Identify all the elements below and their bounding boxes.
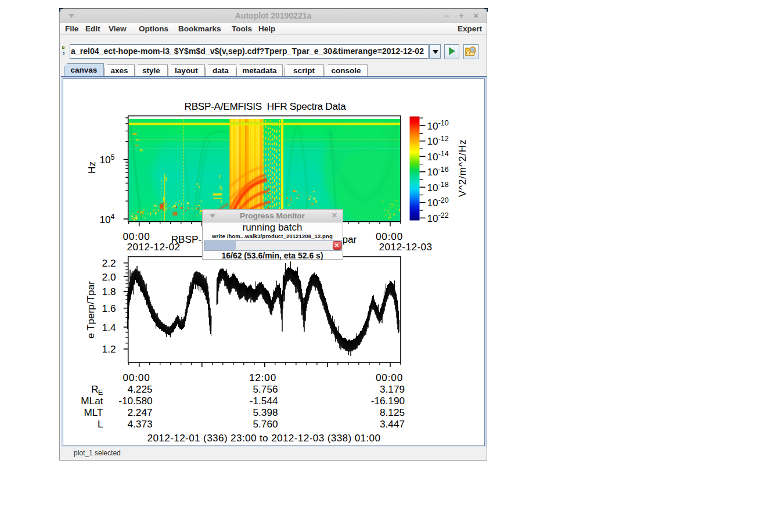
- svg-text:-1.544: -1.544: [250, 395, 278, 407]
- svg-text:1.8: 1.8: [102, 286, 116, 297]
- svg-text:3.179: 3.179: [380, 383, 405, 395]
- svg-text:5.760: 5.760: [253, 418, 278, 430]
- svg-text:L: L: [98, 418, 103, 430]
- svg-text:00:00: 00:00: [376, 230, 403, 242]
- svg-text:2.247: 2.247: [127, 407, 152, 418]
- svg-text:1.4: 1.4: [102, 321, 116, 333]
- svg-text:00:00: 00:00: [376, 372, 403, 383]
- svg-text:4.225: 4.225: [127, 383, 152, 395]
- svg-text:8.125: 8.125: [380, 407, 405, 418]
- svg-text:e Tperp/Tpar: e Tperp/Tpar: [85, 281, 96, 338]
- svg-text:MLT: MLT: [84, 407, 103, 418]
- svg-text:-10.580: -10.580: [118, 395, 152, 407]
- svg-text:104: 104: [99, 213, 114, 225]
- svg-text:105: 105: [99, 153, 114, 166]
- svg-text:Hz: Hz: [86, 161, 98, 173]
- svg-text:10-22: 10-22: [427, 211, 449, 224]
- svg-text:10-18: 10-18: [427, 181, 449, 193]
- svg-text:00:00: 00:00: [123, 230, 150, 242]
- svg-text:-16.190: -16.190: [371, 395, 405, 407]
- svg-text:RBSP-A/EMFISIS HFR Spectra Da: RBSP-A/EMFISIS HFR Spectra Data: [185, 100, 347, 112]
- svg-text:1.6: 1.6: [102, 303, 116, 314]
- svg-text:2012-12-01 (336) 23:00 to 2012: 2012-12-01 (336) 23:00 to 2012-12-03 (33…: [147, 432, 381, 444]
- svg-text:00:00: 00:00: [123, 372, 150, 383]
- svg-text:R: R: [91, 383, 98, 395]
- svg-text:MLat: MLat: [81, 395, 103, 407]
- svg-text:12:00: 12:00: [249, 372, 276, 383]
- svg-text:10-10: 10-10: [427, 119, 449, 132]
- svg-text:10-20: 10-20: [427, 196, 449, 209]
- svg-text:10-16: 10-16: [427, 165, 449, 178]
- svg-text:3.447: 3.447: [380, 418, 405, 430]
- svg-text:5.398: 5.398: [253, 407, 278, 418]
- svg-text:1.2: 1.2: [102, 343, 116, 355]
- svg-text:V^2/m^2/Hz: V^2/m^2/Hz: [456, 139, 468, 197]
- svg-text:4.373: 4.373: [127, 418, 152, 430]
- svg-text:2012-12-03: 2012-12-03: [379, 241, 433, 253]
- svg-text:10-12: 10-12: [427, 134, 449, 147]
- svg-text:2.2: 2.2: [102, 257, 116, 269]
- svg-text:2.0: 2.0: [102, 271, 116, 282]
- svg-text:10-14: 10-14: [427, 150, 449, 163]
- svg-text:5.756: 5.756: [253, 383, 278, 395]
